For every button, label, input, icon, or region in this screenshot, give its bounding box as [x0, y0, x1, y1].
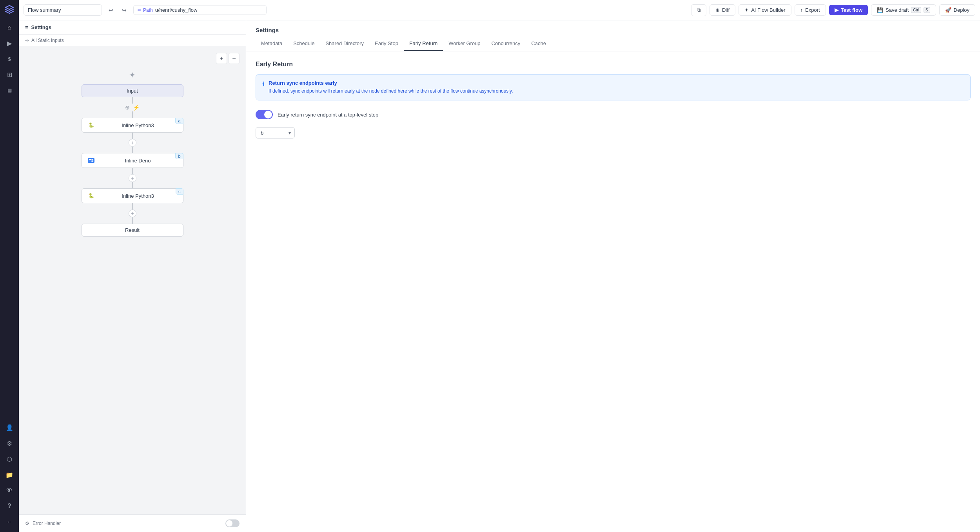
early-return-toggle[interactable]	[256, 110, 273, 119]
topbar-right-actions: ⧉ ⊕ Diff ✦ AI Flow Builder ↑ Export ▶ Te…	[691, 4, 975, 16]
connector-line-2	[132, 111, 132, 118]
early-return-toggle-label: Early return sync endpoint at a top-leve…	[278, 112, 378, 118]
deno-node-b-label: Inline Deno	[98, 158, 178, 164]
connector-actions-1: ⊕ ⚡	[125, 104, 140, 111]
path-label: ✏ Path	[138, 7, 153, 13]
tab-cache[interactable]: Cache	[526, 36, 552, 51]
ai-icon: ✦	[744, 7, 749, 13]
error-handler-toggle[interactable]	[225, 519, 240, 527]
settings-panel-header: ≡ Settings	[19, 20, 246, 35]
flow-title-input[interactable]	[24, 4, 102, 16]
connector-line-5	[132, 168, 132, 174]
add-node-button-1[interactable]: +	[129, 139, 136, 147]
path-container: ✏ Path u/henri/cushy_flow	[133, 5, 267, 15]
sidebar-item-user[interactable]: 👤	[2, 421, 16, 435]
python3-node-a-badge: a	[175, 118, 183, 124]
input-node[interactable]: Input	[82, 84, 183, 97]
tab-early-return[interactable]: Early Return	[404, 36, 443, 51]
split-view-button[interactable]: ⧉	[691, 4, 706, 16]
early-return-content: Early Return ℹ Return sync endpoints ear…	[246, 51, 980, 148]
python-icon-a: 🐍	[87, 121, 95, 129]
save-draft-button[interactable]: 💾 Save draft Ctrl S	[871, 4, 936, 16]
python3-node-c[interactable]: 🐍 Inline Python3 c	[82, 188, 183, 203]
connector-line-6	[132, 182, 132, 188]
tab-worker-group[interactable]: Worker Group	[443, 36, 486, 51]
result-node-label: Result	[87, 227, 178, 233]
info-box-content: Return sync endpoints early If defined, …	[269, 80, 513, 95]
diff-icon: ⊕	[715, 7, 720, 13]
info-icon: ℹ	[262, 80, 265, 95]
settings-tabs: Metadata Schedule Shared Directory Early…	[246, 36, 980, 51]
sidebar-item-help[interactable]: ?	[2, 499, 16, 513]
connector-4: +	[129, 203, 136, 224]
save-shortcut-ctrl: Ctrl	[911, 7, 921, 13]
python-icon-c: 🐍	[87, 192, 95, 200]
deploy-icon: 🚀	[945, 7, 951, 13]
sidebar-item-home[interactable]: ⌂	[2, 20, 16, 35]
sidebar-item-schedules[interactable]: ▦	[2, 83, 16, 97]
undo-button[interactable]: ↩	[105, 4, 117, 16]
sidebar-item-resources[interactable]: $	[2, 52, 16, 66]
info-box-desc: If defined, sync endpoints will return e…	[269, 87, 513, 95]
connector-line-7	[132, 203, 132, 210]
left-panel: ≡ Settings ⊹ All Static Inputs + − ✦ Inp…	[19, 20, 246, 532]
sidebar-item-files[interactable]: 📁	[2, 468, 16, 482]
sidebar-item-settings[interactable]: ⚙	[2, 436, 16, 450]
connector-line	[132, 97, 132, 104]
error-handler-row: ⚙ Error Handler	[19, 514, 246, 532]
undo-redo-group: ↩ ↪	[105, 4, 130, 16]
step-select-container: a b c ▾	[256, 127, 295, 138]
tab-early-stop[interactable]: Early Stop	[369, 36, 404, 51]
redo-button[interactable]: ↪	[118, 4, 130, 16]
add-node-button-3[interactable]: +	[129, 210, 136, 217]
python3-node-a[interactable]: 🐍 Inline Python3 a	[82, 118, 183, 133]
pencil-icon: ✏	[138, 7, 142, 13]
export-icon: ↑	[800, 7, 803, 13]
branch-icon-1[interactable]: ⚡	[133, 104, 140, 111]
move-icon-1[interactable]: ⊕	[125, 104, 130, 111]
play-icon: ▶	[835, 7, 838, 13]
diff-button[interactable]: ⊕ Diff	[710, 4, 735, 16]
static-inputs-row[interactable]: ⊹ All Static Inputs	[19, 35, 246, 47]
sidebar-collapse-button[interactable]: ←	[2, 515, 16, 529]
input-node-label: Input	[87, 88, 178, 94]
early-return-toggle-row: Early return sync endpoint at a top-leve…	[256, 110, 971, 119]
ai-flow-builder-button[interactable]: ✦ AI Flow Builder	[739, 4, 791, 16]
canvas-zoom-controls: + −	[216, 53, 240, 64]
result-node[interactable]: Result	[82, 224, 183, 237]
path-value[interactable]: u/henri/cushy_flow	[155, 7, 198, 13]
early-return-section-title: Early Return	[256, 61, 971, 68]
sidebar-item-audit[interactable]: 👁	[2, 483, 16, 497]
sidebar-item-runs[interactable]: ▶	[2, 36, 16, 50]
save-icon: 💾	[877, 7, 883, 13]
deploy-button[interactable]: 🚀 Deploy	[939, 4, 975, 16]
connector-line-8	[132, 217, 132, 224]
deno-node-b[interactable]: TS Inline Deno b	[82, 153, 183, 168]
tab-schedule[interactable]: Schedule	[288, 36, 320, 51]
connector-2: +	[129, 133, 136, 153]
deno-icon-b: TS	[87, 157, 95, 164]
tab-metadata[interactable]: Metadata	[256, 36, 288, 51]
sidebar-item-groups[interactable]: ⊞	[2, 67, 16, 82]
tab-shared-directory[interactable]: Shared Directory	[320, 36, 369, 51]
connector-line-4	[132, 147, 132, 153]
wand-icon: ✦	[129, 70, 136, 80]
early-return-info-box: ℹ Return sync endpoints early If defined…	[256, 74, 971, 100]
step-select[interactable]: a b c	[256, 127, 295, 138]
zoom-out-button[interactable]: −	[229, 53, 240, 64]
flow-nodes-container: ✦ Input ⊕ ⚡	[27, 55, 238, 252]
deno-node-b-badge: b	[175, 153, 183, 159]
connector-3: +	[129, 168, 136, 188]
zoom-in-button[interactable]: +	[216, 53, 227, 64]
flow-canvas: + − ✦ Input ⊕ ⚡	[19, 47, 246, 514]
settings-panel-title: Settings	[246, 20, 980, 33]
export-button[interactable]: ↑ Export	[795, 4, 826, 16]
test-flow-button[interactable]: ▶ Test flow	[829, 5, 868, 15]
sidebar-item-integrations[interactable]: ⬡	[2, 452, 16, 466]
error-handler-label: Error Handler	[33, 521, 61, 526]
tab-concurrency[interactable]: Concurrency	[486, 36, 526, 51]
python3-node-a-label: Inline Python3	[98, 122, 178, 128]
add-node-button-2[interactable]: +	[129, 174, 136, 182]
logo	[3, 3, 16, 16]
python3-node-c-label: Inline Python3	[98, 193, 178, 199]
